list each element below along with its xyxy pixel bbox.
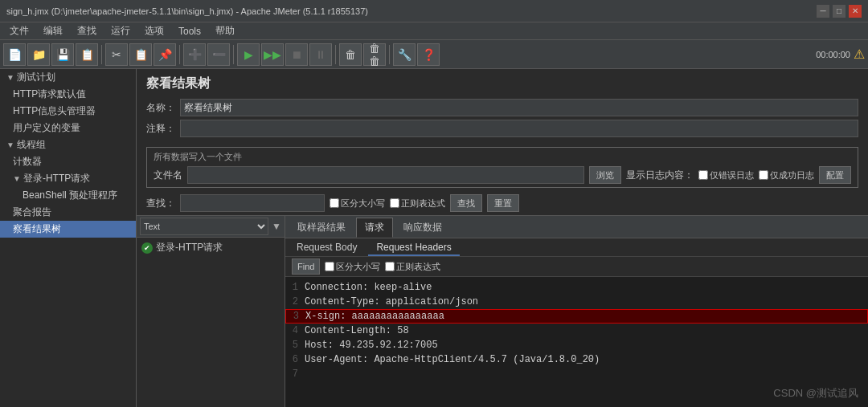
toolbar-time-area: 00:00:00 ⚠ xyxy=(816,47,865,62)
open-button[interactable]: 📁 xyxy=(27,43,50,66)
sidebar-item-http-defaults[interactable]: HTTP请求默认值 xyxy=(0,86,136,103)
sidebar-item-label: 计数器 xyxy=(13,155,42,169)
display-log-label: 显示日志内容： xyxy=(626,169,694,182)
search-input[interactable] xyxy=(180,194,325,212)
detail-panel: 取样器结果 请求 响应数据 Request Body Request Heade… xyxy=(285,216,868,407)
run-thread-button[interactable]: ▶▶ xyxy=(261,43,284,66)
error-only-checkbox-label[interactable]: 仅错误日志 xyxy=(698,169,754,181)
tab-sampler-result[interactable]: 取样器结果 xyxy=(289,218,354,238)
find-case-sensitive-label[interactable]: 区分大小写 xyxy=(325,261,380,273)
reset-button[interactable]: 重置 xyxy=(487,194,519,212)
code-line: 6User-Agent: Apache-HttpClient/4.5.7 (Ja… xyxy=(285,352,868,367)
case-sensitive-label[interactable]: 区分大小写 xyxy=(330,197,385,210)
separator-3 xyxy=(233,45,234,64)
success-only-checkbox[interactable] xyxy=(759,170,768,180)
paste-button[interactable]: 📌 xyxy=(154,43,176,66)
sidebar-item-label: 察看结果树 xyxy=(13,222,61,236)
clear-button[interactable]: 🗑 xyxy=(339,43,362,66)
stop-thread-button[interactable]: ⏸ xyxy=(309,43,332,66)
stop-button[interactable]: ⏹ xyxy=(285,43,308,66)
save-button[interactable]: 💾 xyxy=(51,43,74,66)
tab-response-data[interactable]: 响应数据 xyxy=(395,218,451,238)
comment-row: 注释： xyxy=(146,120,858,137)
request-status-icon: ✔ xyxy=(141,242,153,254)
sidebar-item-label: 登录-HTTP请求 xyxy=(23,172,90,185)
menu-item-0[interactable]: 文件 xyxy=(3,22,35,39)
sidebar-item-label: HTTP信息头管理器 xyxy=(13,104,96,118)
collapse-button[interactable]: ➖ xyxy=(207,43,230,66)
menu-item-4[interactable]: 选项 xyxy=(138,22,170,39)
line-number: 6 xyxy=(285,354,305,365)
search-button[interactable]: 查找 xyxy=(450,194,482,212)
sub-tabs-row: Request Body Request Headers xyxy=(285,238,868,257)
sidebar-item-test-plan[interactable]: ▼ 测试计划 xyxy=(0,69,136,86)
find-regex-label[interactable]: 正则表达式 xyxy=(385,261,440,273)
list-item[interactable]: ✔ 登录-HTTP请求 xyxy=(137,238,285,258)
run-button[interactable]: ▶ xyxy=(237,43,260,66)
sidebar-item-label: 用户定义的变量 xyxy=(13,121,80,135)
sidebar-item-beanshell[interactable]: BeanShell 预处理程序 xyxy=(0,187,136,204)
maximize-button[interactable]: □ xyxy=(833,5,845,18)
find-case-checkbox[interactable] xyxy=(325,262,334,271)
find-button[interactable]: Find xyxy=(292,258,320,275)
sidebar: ▼ 测试计划 HTTP请求默认值 HTTP信息头管理器 用户定义的变量 ▼ 线程… xyxy=(0,69,137,407)
case-sensitive-text: 区分大小写 xyxy=(341,197,385,210)
sidebar-item-label: HTTP请求默认值 xyxy=(13,88,86,101)
expand-button[interactable]: ➕ xyxy=(183,43,206,66)
line-content: Connection: keep-alive xyxy=(305,282,868,293)
list-panel-header: Text ▼ xyxy=(137,216,285,238)
menu-item-5[interactable]: Tools xyxy=(172,24,207,39)
menu-bar: 文件编辑查找运行选项Tools帮助 xyxy=(0,22,868,40)
view-type-select[interactable]: Text xyxy=(140,218,268,235)
find-bar: Find 区分大小写 正则表达式 xyxy=(285,257,868,277)
sidebar-item-http-headers[interactable]: HTTP信息头管理器 xyxy=(0,103,136,120)
minimize-button[interactable]: ─ xyxy=(817,5,829,18)
menu-item-1[interactable]: 编辑 xyxy=(37,22,69,39)
config-button[interactable]: 配置 xyxy=(819,166,851,184)
sidebar-item-aggregate[interactable]: 聚合报告 xyxy=(0,204,136,221)
browse-button[interactable]: 浏览 xyxy=(589,166,621,184)
error-only-checkbox[interactable] xyxy=(698,170,708,180)
file-input[interactable] xyxy=(187,166,584,184)
file-section-title: 所有数据写入一个文件 xyxy=(154,151,851,163)
comment-input[interactable] xyxy=(180,120,858,137)
new-button[interactable]: 📄 xyxy=(3,43,26,66)
sub-tab-request-body[interactable]: Request Body xyxy=(289,240,365,256)
file-label: 文件名 xyxy=(154,169,182,182)
sidebar-item-result-tree[interactable]: 察看结果树 xyxy=(0,221,136,238)
line-content: Content-Length: 58 xyxy=(305,325,868,336)
success-only-checkbox-label[interactable]: 仅成功日志 xyxy=(759,169,814,181)
error-only-label: 仅错误日志 xyxy=(710,169,754,181)
function-button[interactable]: 🔧 xyxy=(393,43,416,66)
save-as-button[interactable]: 📋 xyxy=(76,43,98,66)
separator-4 xyxy=(335,45,336,64)
tab-request[interactable]: 请求 xyxy=(356,218,393,238)
sidebar-item-counter[interactable]: 计数器 xyxy=(0,153,136,170)
regex-label[interactable]: 正则表达式 xyxy=(390,197,445,210)
file-section: 所有数据写入一个文件 文件名 浏览 显示日志内容： 仅错误日志 仅成功日志 配置 xyxy=(146,147,858,188)
main-area: ▼ 测试计划 HTTP请求默认值 HTTP信息头管理器 用户定义的变量 ▼ 线程… xyxy=(0,69,868,407)
toolbar: 📄 📁 💾 📋 ✂ 📋 📌 ➕ ➖ ▶ ▶▶ ⏹ ⏸ 🗑 🗑🗑 🔧 ❓ 00:0… xyxy=(0,40,868,69)
menu-item-2[interactable]: 查找 xyxy=(71,22,103,39)
list-panel: Text ▼ ✔ 登录-HTTP请求 xyxy=(137,216,285,407)
regex-checkbox[interactable] xyxy=(390,198,399,208)
title-bar-text: sign_h.jmx (D:\jmeter\apache-jmeter-5.1.… xyxy=(6,6,368,16)
menu-item-3[interactable]: 运行 xyxy=(104,22,137,39)
sidebar-item-user-vars[interactable]: 用户定义的变量 xyxy=(0,120,136,136)
help-button[interactable]: ❓ xyxy=(417,43,440,66)
clear-all-button[interactable]: 🗑🗑 xyxy=(363,43,386,66)
sub-tab-request-headers[interactable]: Request Headers xyxy=(368,240,459,256)
search-section: 查找： 区分大小写 正则表达式 查找 重置 xyxy=(137,191,868,215)
name-section: 名称： 注释： xyxy=(137,96,868,144)
close-button[interactable]: ✕ xyxy=(849,5,862,18)
sidebar-item-thread-group[interactable]: ▼ 线程组 xyxy=(0,136,136,153)
title-bar: sign_h.jmx (D:\jmeter\apache-jmeter-5.1.… xyxy=(0,0,868,22)
sidebar-item-login-request[interactable]: ▼ 登录-HTTP请求 xyxy=(0,170,136,187)
request-item-label: 登录-HTTP请求 xyxy=(156,241,223,254)
find-regex-checkbox[interactable] xyxy=(385,262,395,271)
menu-item-6[interactable]: 帮助 xyxy=(209,22,241,39)
cut-button[interactable]: ✂ xyxy=(105,43,128,66)
copy-button[interactable]: 📋 xyxy=(129,43,152,66)
name-input[interactable] xyxy=(180,99,858,116)
case-sensitive-checkbox[interactable] xyxy=(330,198,339,208)
